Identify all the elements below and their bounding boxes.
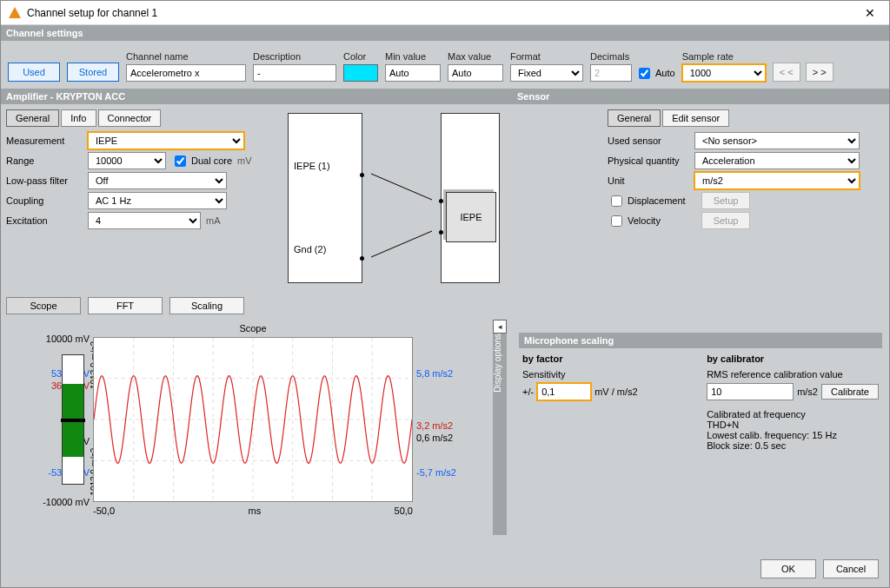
- excitation-label: Excitation: [6, 215, 88, 226]
- sensitivity-label: Sensitivity: [522, 369, 672, 380]
- app-icon: [8, 6, 22, 20]
- velocity-check[interactable]: Velocity: [608, 213, 694, 229]
- sensor-tab-general[interactable]: General: [608, 109, 661, 127]
- next-channel-button[interactable]: > >: [806, 63, 834, 82]
- titlebar: Channel setup for channel 1 ✕: [1, 1, 889, 25]
- channel-name-label: Channel name: [126, 51, 246, 62]
- cal-at-freq: Calibrated at frequency: [707, 409, 879, 420]
- displacement-check[interactable]: Displacement: [608, 193, 694, 209]
- measurement-select[interactable]: IEPE: [88, 132, 244, 149]
- range-unit: mV: [237, 155, 252, 166]
- range-select[interactable]: 10000: [88, 152, 166, 169]
- svg-marker-0: [9, 7, 21, 18]
- mic-scaling-header: Microphone scaling: [519, 333, 882, 348]
- lpf-select[interactable]: Off: [88, 172, 227, 189]
- plus-minus-icon: +/-: [522, 386, 534, 397]
- cancel-button[interactable]: Cancel: [823, 559, 879, 578]
- x-axis: -50,0 ms 50,0: [93, 505, 413, 516]
- phys-qty-label: Physical quantity: [608, 155, 694, 166]
- tab-general[interactable]: General: [6, 109, 59, 127]
- scope-area: Scope 10000 mV 5373 mV 3685 mV 7 mV -535…: [1, 320, 512, 538]
- connector-diagram: IEPE (1) Gnd (2): [288, 109, 500, 287]
- wire-icon: [371, 113, 432, 287]
- thd-label: THD+N: [707, 420, 879, 430]
- svg-line-2: [371, 231, 432, 257]
- decimals-label: Decimals: [590, 51, 675, 62]
- unit-label: Unit: [608, 175, 694, 186]
- maxvalue-input[interactable]: [448, 64, 503, 82]
- sensitivity-unit: mV / m/s2: [594, 386, 638, 397]
- dualcore-check[interactable]: Dual core: [171, 153, 232, 169]
- description-label: Description: [253, 51, 336, 62]
- displacement-setup-button: Setup: [701, 192, 750, 209]
- amplifier-header: Amplifier - KRYPTON ACC: [1, 89, 512, 104]
- excitation-select[interactable]: 4: [88, 212, 201, 229]
- y-axis-right: 5,8 m/s2 3,2 m/s2 0,6 m/s2 -5,7 m/s2: [416, 337, 472, 502]
- by-factor-title: by factor: [522, 353, 672, 364]
- rot-axis: 1013,9 m/s2 -1013,9 m/s2: [81, 337, 93, 502]
- samplerate-label: Sample rate: [682, 51, 766, 62]
- color-label: Color: [343, 51, 378, 62]
- display-options-panel: ◂ Display options: [493, 320, 507, 535]
- rms-label: RMS reference calibration value: [707, 369, 879, 380]
- close-button[interactable]: ✕: [853, 1, 887, 24]
- iepe-chip: IEPE: [446, 192, 496, 242]
- calibrate-button[interactable]: Calibrate: [821, 384, 879, 400]
- channel-setup-window: Channel setup for channel 1 ✕ Channel se…: [0, 0, 890, 588]
- color-swatch[interactable]: [343, 64, 378, 82]
- format-label: Format: [510, 51, 583, 62]
- sensitivity-input[interactable]: [537, 383, 591, 400]
- used-sensor-label: Used sensor: [608, 135, 694, 146]
- block-size: Block size: 0.5 sec: [707, 440, 879, 451]
- channel-settings-row: Used Stored Channel name Description Col…: [1, 41, 889, 89]
- rms-input[interactable]: [707, 383, 794, 400]
- scope-tab[interactable]: Scope: [6, 297, 81, 314]
- description-input[interactable]: [253, 64, 336, 82]
- display-options-label: Display options: [493, 334, 507, 453]
- coupling-select[interactable]: AC 1 Hz: [88, 192, 227, 209]
- phys-qty-select[interactable]: Acceleration: [694, 152, 860, 169]
- velocity-setup-button: Setup: [701, 212, 750, 229]
- by-calibrator-title: by calibrator: [707, 353, 879, 364]
- fft-tab[interactable]: FFT: [88, 297, 163, 314]
- auto-decimals-check[interactable]: Auto: [635, 65, 675, 82]
- rms-unit: m/s2: [797, 386, 818, 397]
- coupling-label: Coupling: [6, 195, 88, 206]
- scope-title: Scope: [93, 323, 413, 334]
- maxvalue-label: Max value: [448, 51, 503, 62]
- channel-name-input[interactable]: [126, 64, 246, 82]
- amplifier-tabs: General Info Connector: [6, 109, 267, 127]
- svg-line-1: [371, 174, 432, 200]
- prev-channel-button[interactable]: < <: [773, 63, 800, 82]
- scope-canvas[interactable]: [93, 337, 413, 502]
- window-title: Channel setup for channel 1: [27, 7, 853, 19]
- range-label: Range: [6, 155, 88, 166]
- minvalue-label: Min value: [385, 51, 441, 62]
- pin2-label: Gnd (2): [294, 244, 326, 254]
- scaling-tab[interactable]: Scaling: [169, 297, 244, 314]
- excitation-unit: mA: [206, 215, 221, 226]
- stored-button[interactable]: Stored: [67, 63, 119, 82]
- minvalue-input[interactable]: [385, 64, 441, 82]
- samplerate-select[interactable]: 1000: [682, 64, 766, 82]
- sensor-header: Sensor: [512, 89, 889, 104]
- pin1-label: IEPE (1): [294, 161, 330, 171]
- ok-button[interactable]: OK: [760, 559, 816, 578]
- tab-info[interactable]: Info: [61, 109, 96, 127]
- used-button[interactable]: Used: [8, 63, 60, 82]
- decimals-input: [590, 64, 632, 82]
- unit-select[interactable]: m/s2: [694, 172, 860, 189]
- used-sensor-select[interactable]: <No sensor>: [694, 132, 860, 149]
- channel-settings-header: Channel settings: [1, 25, 889, 41]
- tab-connector[interactable]: Connector: [98, 109, 162, 127]
- sensor-tab-edit[interactable]: Edit sensor: [662, 109, 729, 127]
- format-select[interactable]: Fixed: [510, 64, 583, 82]
- display-options-toggle[interactable]: ◂: [493, 320, 507, 334]
- measurement-label: Measurement: [6, 135, 88, 146]
- lpf-label: Low-pass filter: [6, 175, 88, 186]
- lowest-freq: Lowest calib. frequency: 15 Hz: [707, 430, 879, 440]
